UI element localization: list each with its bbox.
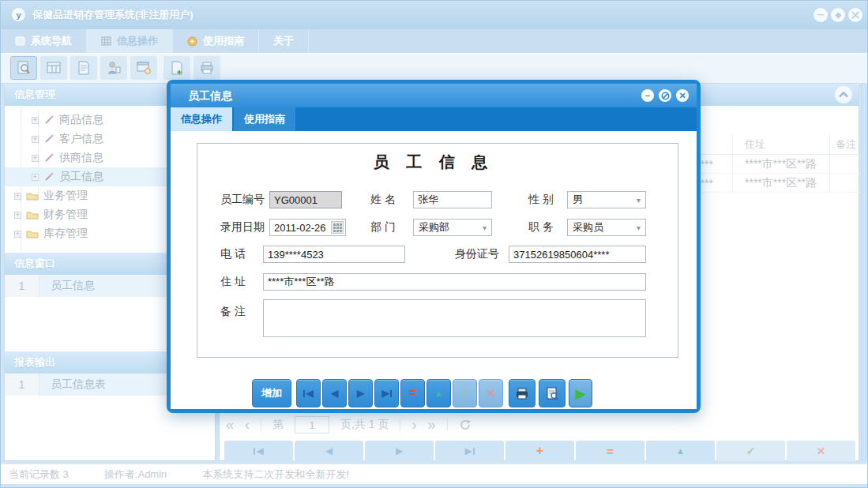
- edit-record-button[interactable]: ▲: [426, 379, 451, 407]
- check-icon: ✓: [460, 386, 470, 400]
- status-record-count: 当前记录数 3: [9, 467, 69, 482]
- print-button[interactable]: [509, 379, 535, 407]
- tab-user-guide[interactable]: 使用指南: [173, 29, 259, 53]
- record-prev-button[interactable]: ◀: [295, 441, 363, 461]
- dialog-tab-info-operation[interactable]: 信息操作: [171, 107, 232, 131]
- print-preview-button[interactable]: [539, 379, 566, 407]
- record-cancel-button[interactable]: ✕: [787, 441, 855, 461]
- toolbar-search-button[interactable]: [10, 56, 37, 80]
- window-title: 保健品进销存管理系统(非注册用户): [32, 8, 194, 22]
- id-no-field[interactable]: 37152619850604****: [509, 246, 646, 263]
- confirm-button[interactable]: ✓: [453, 379, 477, 407]
- refresh-icon[interactable]: [459, 419, 472, 431]
- run-button[interactable]: ▶: [569, 379, 592, 407]
- close-icon: ✕: [678, 91, 686, 101]
- toolbar-table-button[interactable]: [40, 56, 67, 80]
- expand-icon[interactable]: +: [32, 155, 39, 162]
- table-icon: [46, 60, 62, 76]
- address-field[interactable]: ****市***区**路: [263, 273, 646, 291]
- expand-icon[interactable]: +: [14, 231, 21, 238]
- next-icon: ▶: [357, 388, 364, 399]
- expand-icon[interactable]: +: [32, 174, 39, 181]
- record-last-button[interactable]: ▶: [435, 441, 504, 461]
- dept-select[interactable]: 采购部 ▾: [413, 219, 492, 236]
- right-splitter[interactable]: [861, 83, 866, 461]
- pager-last-button[interactable]: »: [427, 417, 435, 434]
- maximize-icon: [835, 12, 842, 19]
- tab-about[interactable]: 关于: [259, 29, 309, 53]
- table-cell-note[interactable]: [829, 155, 860, 174]
- pager-prev-button[interactable]: ‹: [245, 417, 250, 434]
- restore-icon: [661, 92, 670, 100]
- table-cell-address[interactable]: ****市***区**路: [732, 174, 829, 193]
- table-header-note[interactable]: 备注: [829, 134, 860, 155]
- expand-icon[interactable]: +: [32, 136, 39, 143]
- titlebar: y 保健品进销存管理系统(非注册用户) − ✕: [1, 1, 868, 29]
- tab-system-nav[interactable]: 系统导航: [1, 29, 87, 53]
- tab-info-operation[interactable]: 信息操作: [87, 29, 173, 53]
- remark-textarea[interactable]: [263, 299, 646, 337]
- record-next-button[interactable]: ▶: [365, 441, 434, 461]
- doc-add-icon: [169, 60, 185, 76]
- expand-icon[interactable]: +: [32, 117, 39, 124]
- prev-icon: ◀: [331, 388, 338, 399]
- toolbar-add-doc-button[interactable]: [163, 56, 190, 80]
- record-first-button[interactable]: ◀: [224, 441, 293, 461]
- id-no-label: 身份证号: [455, 246, 499, 263]
- status-operator: 操作者:Admin: [104, 467, 167, 482]
- expand-icon[interactable]: +: [14, 193, 21, 200]
- row-number: 1: [5, 374, 39, 396]
- window-bottom-strip: [1, 484, 868, 488]
- grid-icon: [101, 36, 111, 46]
- dialog-restore-button[interactable]: [659, 89, 671, 102]
- minimize-icon: −: [817, 8, 824, 22]
- record-add-button[interactable]: +: [505, 441, 574, 461]
- toolbar-window-button[interactable]: [130, 56, 157, 80]
- hire-date-field[interactable]: 2011-02-26: [269, 219, 346, 236]
- panel-collapse-button[interactable]: [835, 86, 852, 103]
- pager-next-button[interactable]: ›: [411, 417, 416, 434]
- record-edit-button[interactable]: ▲: [646, 441, 715, 461]
- calendar-icon[interactable]: [331, 221, 344, 234]
- dialog-close-button[interactable]: ✕: [676, 89, 689, 102]
- next-record-button[interactable]: ▶: [348, 379, 373, 407]
- add-button[interactable]: 增加: [252, 379, 291, 407]
- dialog-tab-strip: 信息操作 使用指南: [171, 107, 697, 131]
- first-record-button[interactable]: ◀: [296, 379, 321, 407]
- dialog-titlebar[interactable]: 员工信息: [171, 84, 697, 107]
- form-heading: 员 工 信 息: [171, 152, 697, 173]
- window-maximize-button[interactable]: [831, 8, 845, 22]
- dialog-tab-user-guide[interactable]: 使用指南: [234, 107, 295, 131]
- pager-first-button[interactable]: «: [226, 417, 234, 434]
- cancel-button[interactable]: ✕: [479, 379, 503, 407]
- table-cell-note[interactable]: [829, 174, 860, 193]
- wand-icon: [43, 133, 54, 145]
- toolbar-user-button[interactable]: [100, 56, 127, 80]
- wand-icon: [43, 152, 54, 163]
- table-cell-address[interactable]: ****市***区**路: [732, 155, 829, 174]
- record-delete-button[interactable]: =: [576, 441, 644, 461]
- cross-icon: ✕: [817, 445, 825, 457]
- name-field[interactable]: 张华: [413, 191, 492, 208]
- search-doc-icon: [16, 60, 32, 76]
- dialog-minimize-button[interactable]: −: [641, 89, 654, 102]
- pager-page-input[interactable]: 1: [295, 416, 329, 434]
- last-record-button[interactable]: ▶: [374, 379, 399, 407]
- table-header-address[interactable]: 住址: [732, 134, 829, 155]
- prev-record-button[interactable]: ◀: [322, 379, 347, 407]
- record-confirm-button[interactable]: ✓: [716, 441, 785, 461]
- status-bar: 当前记录数 3 操作者:Admin 本系统支持二次开发和全新开发!: [1, 464, 868, 484]
- last-icon: [390, 390, 392, 397]
- minus-icon: =: [607, 445, 614, 458]
- window-close-button[interactable]: ✕: [848, 8, 862, 22]
- gender-select[interactable]: 男 ▾: [567, 191, 646, 208]
- minus-icon: =: [409, 386, 416, 400]
- delete-record-button[interactable]: =: [400, 379, 425, 407]
- phone-field[interactable]: 139****4523: [263, 246, 405, 263]
- toolbar-printer-button[interactable]: [194, 56, 220, 80]
- toolbar-document-button[interactable]: [70, 56, 97, 80]
- job-select[interactable]: 采购员 ▾: [567, 219, 646, 236]
- emp-no-label: 员工编号: [220, 191, 265, 208]
- window-minimize-button[interactable]: −: [814, 8, 828, 22]
- expand-icon[interactable]: +: [14, 212, 21, 219]
